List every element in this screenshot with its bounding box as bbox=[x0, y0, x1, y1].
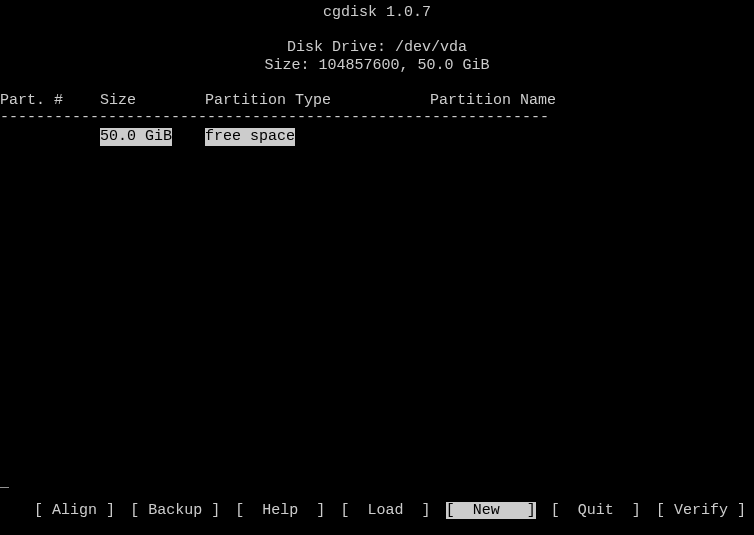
menu-quit[interactable]: [ Quit ] bbox=[551, 502, 641, 519]
cursor-indicator: _ bbox=[0, 474, 9, 491]
menu-load[interactable]: [ Load ] bbox=[340, 502, 430, 519]
menu-backup[interactable]: [ Backup ] bbox=[130, 502, 220, 519]
menu-help[interactable]: [ Help ] bbox=[235, 502, 325, 519]
app-title: cgdisk 1.0.7 bbox=[0, 4, 754, 21]
table-header: Part. # Size Partition Type Partition Na… bbox=[0, 92, 754, 109]
menu-bar: [ Align ] [ Backup ] [ Help ] [ Load ] [… bbox=[34, 502, 746, 519]
menu-new[interactable]: [ New ] bbox=[446, 502, 536, 519]
row-type: free space bbox=[205, 128, 295, 145]
disk-size-label: Size: 104857600, 50.0 GiB bbox=[0, 57, 754, 74]
col-type: Partition Type bbox=[205, 92, 430, 109]
menu-verify[interactable]: [ Verify ] bbox=[656, 502, 746, 519]
row-size: 50.0 GiB bbox=[100, 128, 172, 145]
col-part-num: Part. # bbox=[0, 92, 100, 109]
col-size: Size bbox=[100, 92, 205, 109]
menu-align[interactable]: [ Align ] bbox=[34, 502, 115, 519]
disk-drive-label: Disk Drive: /dev/vda bbox=[0, 39, 754, 56]
header-divider: ----------------------------------------… bbox=[0, 109, 754, 126]
partition-row[interactable]: 50.0 GiB free space bbox=[0, 128, 754, 145]
col-name: Partition Name bbox=[430, 92, 754, 109]
row-part-num bbox=[0, 128, 100, 145]
